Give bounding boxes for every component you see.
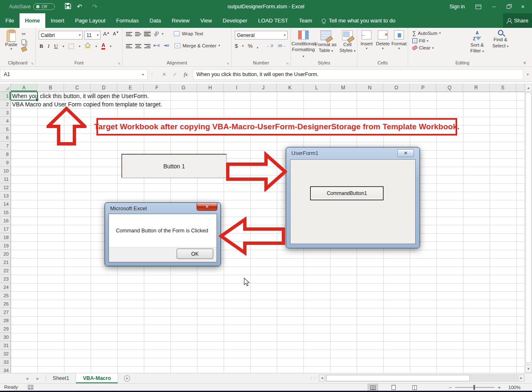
tab-file[interactable]: File <box>0 13 20 28</box>
row-header-12[interactable]: 12 <box>0 183 10 192</box>
row-header-14[interactable]: 14 <box>0 200 10 208</box>
sheet-nav-left-icon[interactable]: ◄ <box>25 376 29 381</box>
enter-icon[interactable]: ✓ <box>173 71 177 77</box>
wrap-text-button[interactable]: Wrap Text <box>174 31 203 36</box>
formula-bar-grip[interactable]: ⋮ <box>150 72 155 77</box>
bold-button[interactable]: B <box>39 43 43 49</box>
middle-align-icon[interactable] <box>135 31 141 36</box>
save-icon[interactable] <box>65 3 71 10</box>
row-header-3[interactable]: 3 <box>0 108 10 117</box>
paste-dropdown-icon[interactable]: ▾ <box>10 47 12 51</box>
scroll-up-icon[interactable]: ▲ <box>525 84 532 92</box>
zoom-in-icon[interactable]: + <box>498 385 501 390</box>
row-header-13[interactable]: 13 <box>0 192 10 200</box>
insert-function-icon[interactable]: fx <box>184 71 187 78</box>
userform-close-button[interactable]: ✕ <box>397 149 414 157</box>
autosum-dropdown-icon[interactable]: ▾ <box>439 31 441 35</box>
autosum-button[interactable]: ∑ AutoSum ▾ <box>412 30 441 36</box>
select-all-corner[interactable] <box>0 84 11 92</box>
row-header-8[interactable]: 8 <box>0 150 10 158</box>
row-header-23[interactable]: 23 <box>0 275 10 283</box>
scroll-down-icon[interactable]: ▼ <box>525 365 532 373</box>
tab-developer[interactable]: Developer <box>217 13 253 28</box>
tab-load-test[interactable]: LOAD TEST <box>253 13 293 28</box>
font-color-dropdown-icon[interactable]: ▾ <box>110 44 111 48</box>
font-name-combo[interactable]: Calibri▾ <box>39 31 83 39</box>
insert-dropdown-icon[interactable]: ▾ <box>366 47 367 51</box>
row-header-33[interactable]: 33 <box>0 358 10 366</box>
row-header-24[interactable]: 24 <box>0 283 10 291</box>
sort-filter-button[interactable]: AZ Sort & Filter ▾ <box>466 30 488 54</box>
row-header-21[interactable]: 21 <box>0 258 10 266</box>
italic-button[interactable]: I <box>48 43 49 49</box>
tab-review[interactable]: Review <box>166 13 195 28</box>
align-left-icon[interactable] <box>126 43 132 48</box>
row-header-6[interactable]: 6 <box>0 133 10 142</box>
clear-dropdown-icon[interactable]: ▾ <box>432 46 433 50</box>
customize-qat-icon[interactable]: ≂ <box>104 5 107 9</box>
scroll-right-icon[interactable]: ► <box>518 375 525 382</box>
column-header-G[interactable]: G <box>170 84 197 91</box>
find-dropdown-icon[interactable]: ▾ <box>507 44 509 48</box>
percent-icon[interactable]: % <box>248 43 253 49</box>
cell-styles-button[interactable]: Cell Styles ▾ <box>336 28 359 59</box>
row-header-11[interactable]: 11 <box>0 175 10 183</box>
row-header-1[interactable]: 1 <box>0 92 10 100</box>
top-align-icon[interactable] <box>126 31 132 36</box>
row-header-16[interactable]: 16 <box>0 217 10 225</box>
sheet-nav-right-icon[interactable]: ► <box>36 376 40 381</box>
autosave-toggle[interactable]: Off <box>33 3 55 10</box>
sort-dropdown-icon[interactable]: ▾ <box>482 49 484 53</box>
close-icon[interactable]: × <box>521 3 525 10</box>
row-header-15[interactable]: 15 <box>0 208 10 217</box>
borders-dropdown-icon[interactable]: ▾ <box>79 44 80 48</box>
underline-dropdown-icon[interactable]: ▾ <box>62 44 64 48</box>
increase-indent-icon[interactable]: ⇥≡ <box>163 43 170 48</box>
restore-icon[interactable] <box>507 5 510 9</box>
ribbon-display-options-icon[interactable] <box>475 5 481 9</box>
row-header-31[interactable]: 31 <box>0 341 10 350</box>
formula-bar-expand-icon[interactable]: ▾ <box>523 72 532 76</box>
fill-button[interactable]: ↓ Fill ▾ <box>412 38 441 43</box>
format-cells-button[interactable]: Format ▾ <box>391 28 407 59</box>
alignment-dialog-launcher-icon[interactable]: ⇘ <box>227 62 229 65</box>
row-header-32[interactable]: 32 <box>0 350 10 358</box>
column-header-H[interactable]: H <box>197 84 224 91</box>
copy-icon[interactable] <box>22 39 26 44</box>
conditional-formatting-button[interactable]: Conditional Formatting ▾ <box>292 28 315 59</box>
msgbox-close-button[interactable]: ✕ <box>197 203 217 211</box>
row-header-10[interactable]: 10 <box>0 167 10 175</box>
collapse-ribbon-icon[interactable]: ∧ <box>523 60 526 65</box>
horizontal-scroll-track[interactable] <box>326 375 517 382</box>
sheet-tab-sheet1[interactable]: Sheet1 <box>46 373 76 383</box>
cut-icon[interactable]: ✂ <box>22 31 26 37</box>
formula-input[interactable]: When you click this button, it will open… <box>193 69 524 80</box>
sheet-tab-vba-macro[interactable]: VBA-Macro <box>76 373 118 383</box>
align-right-icon[interactable] <box>144 43 150 48</box>
column-header-J[interactable]: J <box>250 84 277 91</box>
row-header-25[interactable]: 25 <box>0 291 10 300</box>
row-header-7[interactable]: 7 <box>0 142 10 150</box>
column-header-E[interactable]: E <box>117 84 144 91</box>
row-header-20[interactable]: 20 <box>0 250 10 258</box>
format-painter-icon[interactable] <box>21 46 27 52</box>
column-header-F[interactable]: F <box>144 84 170 91</box>
share-button[interactable]: Share <box>503 13 532 28</box>
column-header-C[interactable]: C <box>64 84 91 91</box>
column-header-K[interactable]: K <box>277 84 303 91</box>
column-header-O[interactable]: O <box>383 84 410 91</box>
paste-button[interactable]: Paste ▾ <box>3 30 19 59</box>
clipboard-dialog-launcher-icon[interactable]: ⇘ <box>31 62 34 65</box>
format-as-table-button[interactable]: Format as Table ▾ <box>314 28 337 59</box>
clear-button[interactable]: Clear ▾ <box>412 45 441 50</box>
format-dropdown-icon[interactable]: ▾ <box>398 47 400 51</box>
command-button[interactable]: CommandButton1 <box>310 186 384 200</box>
row-header-17[interactable]: 17 <box>0 225 10 233</box>
row-header-18[interactable]: 18 <box>0 233 10 242</box>
sheet-form-button[interactable]: Button 1 <box>121 154 227 178</box>
row-header-26[interactable]: 26 <box>0 300 10 308</box>
row-header-27[interactable]: 27 <box>0 308 10 316</box>
orientation-dropdown-icon[interactable]: ▾ <box>162 32 163 36</box>
userform-window[interactable]: UserForm1 ✕ CommandButton1 <box>286 147 420 248</box>
increase-decimal-icon[interactable]: ←.0 <box>266 44 273 48</box>
